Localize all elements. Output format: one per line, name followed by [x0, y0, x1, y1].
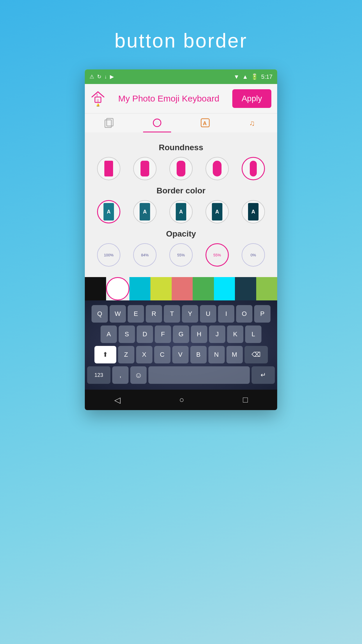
status-icons-right: ▼ ▲ 🔋 5:17 [233, 73, 273, 80]
enter-key[interactable]: ↵ [252, 366, 275, 384]
key-q[interactable]: Q [92, 305, 108, 323]
numbers-key[interactable]: 123 [87, 366, 110, 384]
key-s[interactable]: S [119, 326, 135, 343]
roundness-option-4[interactable] [205, 157, 229, 180]
opacity-option-2[interactable]: 84% [133, 243, 157, 267]
key-r[interactable]: R [146, 305, 162, 323]
home-button[interactable]: 🔔 [91, 91, 105, 106]
color-swatch-5: A [248, 203, 259, 220]
apply-button[interactable]: Apply [232, 89, 271, 108]
wifi-icon: ▼ [233, 74, 239, 80]
key-o[interactable]: O [236, 305, 252, 323]
key-u[interactable]: U [200, 305, 216, 323]
palette-teal[interactable] [129, 277, 151, 300]
tab-music[interactable]: ♫ [239, 118, 267, 132]
key-z[interactable]: Z [118, 346, 134, 363]
roundness-indicator-3 [177, 161, 185, 176]
roundness-indicator-1 [104, 161, 113, 176]
keyboard: Q W E R T Y U I O P A S D F G H J K L ⬆ … [85, 300, 277, 390]
palette-cyan[interactable] [214, 277, 235, 300]
roundness-option-3[interactable] [169, 157, 193, 180]
home-icon [91, 91, 105, 103]
palette-lime[interactable] [150, 277, 172, 300]
key-y[interactable]: Y [182, 305, 198, 323]
opacity-label-1: 100% [104, 253, 113, 257]
palette-dark-teal[interactable] [235, 277, 256, 300]
key-w[interactable]: W [110, 305, 126, 323]
key-g[interactable]: G [173, 326, 189, 343]
key-j[interactable]: J [209, 326, 225, 343]
key-n[interactable]: N [208, 346, 225, 363]
opacity-label-2: 84% [141, 253, 149, 257]
border-color-options: A A A A A [91, 200, 271, 223]
key-f[interactable]: F [155, 326, 171, 343]
opacity-option-4[interactable]: 55% [205, 243, 229, 267]
key-v[interactable]: V [172, 346, 189, 363]
play-icon: ▶ [110, 74, 114, 80]
key-p[interactable]: P [254, 305, 270, 323]
emoji-key[interactable]: ☺ [130, 366, 147, 384]
roundness-option-5[interactable] [242, 157, 265, 180]
svg-text:A: A [203, 120, 207, 126]
status-icons-left: ⚠ ↻ ↓ ▶ [89, 74, 114, 80]
border-color-option-3[interactable]: A [169, 200, 193, 223]
battery-icon: 🔋 [251, 73, 258, 80]
keyboard-row-4: 123 , ☺ ↵ [87, 366, 275, 384]
tab-border[interactable] [143, 118, 171, 132]
palette-black[interactable] [85, 277, 106, 300]
home-nav-button[interactable]: ○ [179, 395, 184, 405]
app-title: My Photo Emoji Keyboard [118, 94, 219, 104]
roundness-indicator-2 [140, 161, 149, 176]
palette-white-selected[interactable] [106, 277, 129, 300]
key-x[interactable]: X [136, 346, 152, 363]
key-h[interactable]: H [191, 326, 207, 343]
tab-copy[interactable] [95, 118, 123, 132]
roundness-option-1[interactable] [97, 157, 120, 180]
key-m[interactable]: M [226, 346, 243, 363]
comma-key[interactable]: , [112, 366, 129, 384]
roundness-options [91, 157, 271, 180]
opacity-option-1[interactable]: 100% [97, 243, 120, 267]
key-t[interactable]: T [164, 305, 180, 323]
key-c[interactable]: C [154, 346, 171, 363]
key-i[interactable]: I [218, 305, 234, 323]
border-color-option-4[interactable]: A [205, 200, 229, 223]
color-swatch-1: A [103, 203, 114, 220]
space-key[interactable] [148, 366, 250, 384]
key-a[interactable]: A [101, 326, 117, 343]
roundness-title: Roundness [91, 143, 271, 152]
music-icon: ♫ [248, 118, 259, 128]
border-color-option-5[interactable]: A [242, 200, 265, 223]
svg-point-6 [155, 121, 159, 125]
status-bar: ⚠ ↻ ↓ ▶ ▼ ▲ 🔋 5:17 [85, 69, 277, 84]
keyboard-row-3: ⬆ Z X C V B N M ⌫ [87, 346, 275, 363]
border-color-option-2[interactable]: A [133, 200, 157, 223]
key-d[interactable]: D [137, 326, 153, 343]
opacity-options: 100% 84% 55% 55% 0% [91, 243, 271, 267]
time-display: 5:17 [261, 74, 273, 80]
roundness-indicator-5 [250, 161, 257, 176]
key-l[interactable]: L [245, 326, 261, 343]
key-e[interactable]: E [128, 305, 144, 323]
opacity-option-5[interactable]: 0% [242, 243, 265, 267]
backspace-key[interactable]: ⌫ [245, 346, 268, 363]
recents-nav-button[interactable]: □ [243, 395, 248, 405]
back-nav-button[interactable]: ◁ [114, 395, 121, 405]
roundness-option-2[interactable] [133, 157, 157, 180]
download-icon: ↓ [104, 74, 107, 80]
svg-rect-2 [96, 94, 98, 96]
signal-icon: ▲ [242, 74, 248, 80]
opacity-option-3[interactable]: 55% [169, 243, 193, 267]
palette-green[interactable] [193, 277, 214, 300]
color-swatch-2: A [140, 203, 150, 220]
key-b[interactable]: B [190, 346, 207, 363]
palette-pink-red[interactable] [172, 277, 193, 300]
tab-bar: A ♫ [85, 113, 277, 132]
shift-key[interactable]: ⬆ [94, 346, 116, 363]
key-k[interactable]: K [227, 326, 243, 343]
tab-text[interactable]: A [191, 118, 219, 132]
palette-light-green[interactable] [256, 277, 277, 300]
nav-bar: ◁ ○ □ [85, 390, 277, 410]
svg-text:♫: ♫ [249, 119, 255, 127]
border-color-option-1[interactable]: A [97, 200, 120, 223]
